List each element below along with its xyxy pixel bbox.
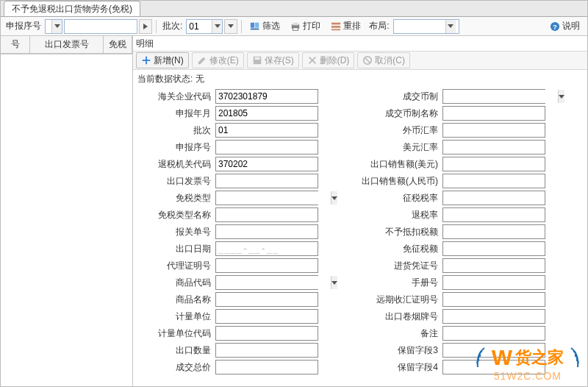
delete-button: 删除(D) xyxy=(302,52,355,68)
input-fwd_fx_cert[interactable] xyxy=(442,292,545,307)
col-header-exempt[interactable]: 免税 xyxy=(104,36,132,53)
cancel-icon xyxy=(362,55,373,65)
form-area: 海关企业代码申报年月批次申报序号退税机关代码出口发票号免税类型免税类型名称报关单… xyxy=(133,88,587,386)
chevron-down-icon[interactable] xyxy=(558,90,564,103)
input-currency-text[interactable] xyxy=(443,90,558,103)
layout-dropdown[interactable] xyxy=(393,19,459,34)
input-goods_code-text[interactable] xyxy=(216,276,331,289)
save-icon xyxy=(252,55,262,65)
plus-icon xyxy=(141,55,151,65)
chevron-down-icon[interactable] xyxy=(212,20,222,33)
batch-label: 批次: xyxy=(160,20,184,32)
input-manual_no[interactable] xyxy=(442,275,545,290)
batch-go[interactable] xyxy=(224,19,237,34)
svg-text:?: ? xyxy=(553,22,557,30)
app-window: 不予免退税出口货物劳务(免税) 申报序号 批次: 筛选 打印 重排 布局 xyxy=(0,0,588,387)
filter-label: 筛选 xyxy=(262,20,280,32)
status-value: 无 xyxy=(196,74,204,84)
label-batch: 批次 xyxy=(133,124,215,137)
input-total_price[interactable] xyxy=(215,360,318,374)
chevron-down-icon[interactable] xyxy=(331,191,337,205)
help-button[interactable]: ? 说明 xyxy=(545,18,584,35)
seq-dropdown-input[interactable] xyxy=(46,20,51,33)
label-cig_brand: 出口卷烟牌号 xyxy=(360,310,442,323)
input-levy_rate[interactable] xyxy=(442,191,545,205)
input-usd_rate[interactable] xyxy=(442,140,545,155)
input-unit[interactable] xyxy=(215,309,318,324)
label-decl_no: 报关单号 xyxy=(133,226,215,238)
form-row-refund_rate: 退税率 xyxy=(360,207,587,223)
input-agent_cert[interactable] xyxy=(215,258,318,273)
input-export_date[interactable] xyxy=(215,241,318,256)
form-row-levy_rate: 征税税率 xyxy=(360,190,587,206)
help-icon: ? xyxy=(550,21,560,32)
input-sales_rmb[interactable] xyxy=(442,174,545,188)
go-button[interactable] xyxy=(139,19,152,34)
form-row-remark: 备注 xyxy=(360,325,587,341)
input-remark[interactable] xyxy=(442,326,545,341)
svg-rect-2 xyxy=(251,28,259,29)
svg-rect-4 xyxy=(293,22,298,25)
edit-icon xyxy=(197,55,207,65)
label-goods_name: 商品名称 xyxy=(133,294,215,306)
svg-rect-1 xyxy=(255,22,259,27)
print-button[interactable]: 打印 xyxy=(286,18,325,35)
label-currency: 成交币制 xyxy=(360,90,442,103)
filter-button[interactable]: 筛选 xyxy=(245,18,284,35)
rearrange-button[interactable]: 重排 xyxy=(326,18,365,35)
input-report_ym[interactable] xyxy=(215,106,318,121)
input-reserve3[interactable] xyxy=(442,343,545,358)
chevron-down-icon[interactable] xyxy=(51,20,62,33)
input-sales_usd[interactable] xyxy=(442,157,545,171)
batch-dropdown[interactable] xyxy=(186,19,223,34)
layout-input[interactable] xyxy=(394,20,445,33)
input-export_inv[interactable] xyxy=(215,174,318,188)
input-tax_org[interactable] xyxy=(215,157,318,171)
help-label: 说明 xyxy=(562,20,580,32)
seq-input[interactable] xyxy=(64,19,137,34)
svg-rect-0 xyxy=(251,22,254,27)
input-goods_name[interactable] xyxy=(215,292,318,307)
label-usd_rate: 美元汇率 xyxy=(360,141,442,154)
input-currency[interactable] xyxy=(442,89,545,104)
input-unit_code[interactable] xyxy=(215,326,318,341)
input-no_credit[interactable] xyxy=(442,224,545,239)
input-customs_code[interactable] xyxy=(215,89,318,104)
input-fx_rate[interactable] xyxy=(442,123,545,138)
input-reserve4[interactable] xyxy=(442,360,545,374)
form-row-no_credit: 不予抵扣税额 xyxy=(360,224,587,240)
add-button[interactable]: 新增(N) xyxy=(136,52,189,68)
input-purchase_cert[interactable] xyxy=(442,258,545,273)
detail-panel: 明细 新增(N) 修改(E) 保存(S) 删除(D) xyxy=(133,36,587,386)
label-reserve3: 保留字段3 xyxy=(360,344,442,357)
input-exempt_amt[interactable] xyxy=(442,241,545,256)
form-row-agent_cert: 代理证明号 xyxy=(133,258,360,274)
input-cig_brand[interactable] xyxy=(442,309,545,324)
input-currency_name[interactable] xyxy=(442,106,545,121)
input-batch[interactable] xyxy=(215,123,318,138)
cancel-button: 取消(C) xyxy=(357,52,410,68)
form-row-currency_name: 成交币制名称 xyxy=(360,105,587,121)
col-header-invoice[interactable]: 出口发票号 xyxy=(30,36,104,53)
active-tab[interactable]: 不予免退税出口货物劳务(免税) xyxy=(4,1,140,16)
seq-dropdown[interactable] xyxy=(45,19,62,34)
form-row-goods_code: 商品代码 xyxy=(133,274,360,291)
col-header-seq[interactable]: 号 xyxy=(1,36,30,53)
input-goods_code[interactable] xyxy=(215,275,318,290)
grid-body[interactable] xyxy=(1,54,132,386)
chevron-down-icon[interactable] xyxy=(331,276,337,289)
form-row-exempt_type: 免税类型 xyxy=(133,190,360,206)
input-export_qty[interactable] xyxy=(215,343,318,358)
input-decl_no[interactable] xyxy=(215,224,318,239)
batch-input[interactable] xyxy=(187,20,212,33)
input-exempt_name[interactable] xyxy=(215,207,318,222)
svg-rect-14 xyxy=(254,57,259,60)
input-exempt_type[interactable] xyxy=(215,191,318,205)
input-exempt_type-text[interactable] xyxy=(216,191,331,205)
layout-label: 布局: xyxy=(367,20,391,32)
label-remark: 备注 xyxy=(360,327,442,340)
input-report_seq[interactable] xyxy=(215,140,318,155)
input-refund_rate[interactable] xyxy=(442,207,545,222)
chevron-down-icon[interactable] xyxy=(445,20,456,33)
label-no_credit: 不予抵扣税额 xyxy=(360,226,442,238)
